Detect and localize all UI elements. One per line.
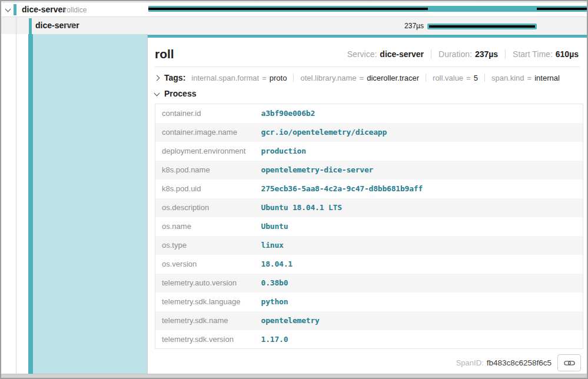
critical-path-segment: [148, 8, 428, 10]
span-operation-name[interactable]: /rolldice: [62, 6, 87, 14]
span-detail-title: roll: [155, 47, 174, 61]
table-row: os.descriptionUbuntu 18.04.1 LTS: [155, 198, 583, 217]
span-id-value: fb483c8c6258f6c5: [487, 358, 552, 367]
span-duration-label: 237µs: [365, 22, 424, 30]
kv-key: telemetry.sdk.version: [155, 330, 261, 349]
tag-item: span.kind = internal: [491, 74, 560, 82]
tag-separator: [426, 74, 426, 82]
tag-key: otel.library.name: [300, 74, 356, 82]
table-row: container.image.namegcr.io/opentelemetry…: [155, 123, 583, 142]
chevron-down-icon[interactable]: [154, 90, 160, 96]
kv-value: 18.04.1: [261, 255, 583, 274]
header-divider: [155, 67, 580, 67]
span-detail-overview: Service: dice-server Duration: 237µs Sta…: [347, 49, 579, 59]
service-value: dice-server: [380, 49, 424, 59]
table-row: telemetry.sdk.languagepython: [155, 292, 583, 311]
trace-detail-page: dice-server /rolldice dice-server roll 2…: [0, 0, 588, 379]
kv-key: os.version: [155, 255, 261, 274]
span-operation-name[interactable]: roll: [65, 22, 74, 30]
equals-sign: =: [262, 74, 267, 82]
kv-value: 1.17.0: [261, 330, 583, 349]
kv-key: container.image.name: [155, 123, 261, 142]
tag-separator: [484, 74, 485, 82]
kv-key: telemetry.auto.version: [155, 274, 261, 292]
kv-value: python: [261, 292, 583, 311]
panel-accent-border: [148, 35, 587, 38]
process-section-header[interactable]: Process: [155, 89, 196, 98]
critical-path-segment: [537, 8, 587, 10]
table-row: os.nameUbuntu: [155, 217, 583, 236]
kv-value: opentelemetry-dice-server: [261, 161, 583, 179]
table-row: k8s.pod.uid275ecb36-5aa8-4c2a-9c47-d8bb6…: [155, 179, 583, 198]
tag-item: otel.library.name = diceroller.tracer: [300, 74, 419, 82]
duration-value: 237µs: [475, 49, 498, 59]
span-detail-footer: SpanID: fb483c8c6258f6c5: [456, 354, 581, 371]
divider: [505, 49, 506, 59]
span-color-bar-expanded: [28, 34, 33, 374]
duration-label: Duration:: [438, 49, 472, 59]
kv-value: Ubuntu 18.04.1 LTS: [261, 198, 583, 217]
table-row: deployment.environmentproduction: [155, 142, 583, 161]
critical-path-segment: [429, 25, 535, 28]
kv-value: opentelemetry: [261, 311, 583, 330]
span-color-bar: [29, 18, 32, 34]
tag-item: roll.value = 5: [433, 74, 478, 82]
tags-label[interactable]: Tags:: [164, 73, 185, 82]
kv-value: 0.38b0: [261, 274, 583, 292]
kv-key: os.name: [155, 217, 261, 236]
kv-key: deployment.environment: [155, 142, 261, 161]
process-kv-table: container.ida3bf90e006b2 container.image…: [155, 104, 583, 349]
table-row: container.ida3bf90e006b2: [155, 104, 583, 123]
kv-value: 275ecb36-5aa8-4c2a-9c47-d8bb681b9aff: [261, 179, 583, 198]
table-row: telemetry.sdk.version1.17.0: [155, 330, 583, 349]
kv-key: os.type: [155, 236, 261, 255]
horizontal-scrollbar-track[interactable]: [0, 374, 588, 378]
tag-value: proto: [270, 74, 287, 82]
tag-separator: [293, 74, 294, 82]
detail-left-column: [0, 34, 147, 374]
indent-guide: [16, 34, 16, 374]
tag-key: roll.value: [433, 74, 463, 82]
equals-sign: =: [466, 74, 471, 82]
span-service-name[interactable]: dice-server: [22, 5, 66, 14]
table-row: telemetry.auto.version0.38b0: [155, 274, 583, 292]
chevron-right-icon[interactable]: [154, 75, 160, 81]
span-color-bar: [14, 4, 16, 15]
span-id-label: SpanID:: [456, 358, 484, 367]
tag-value: diceroller.tracer: [367, 74, 419, 82]
tag-value: internal: [534, 74, 560, 82]
table-row: os.version18.04.1: [155, 255, 583, 274]
kv-value: Ubuntu: [261, 217, 583, 236]
table-row: k8s.pod.nameopentelemetry-dice-server: [155, 161, 583, 179]
tag-item: internal.span.format = proto: [191, 74, 287, 82]
kv-key: container.id: [155, 104, 261, 123]
start-time-label: Start Time:: [513, 49, 553, 59]
kv-key: k8s.pod.name: [155, 161, 261, 179]
span-detail-panel: roll Service: dice-server Duration: 237µ…: [147, 34, 587, 374]
collapse-chevron-icon[interactable]: [5, 6, 11, 12]
tags-section-header[interactable]: Tags: internal.span.format = proto otel.…: [155, 71, 560, 84]
table-row: os.typelinux: [155, 236, 583, 255]
equals-sign: =: [360, 74, 364, 82]
kv-key: telemetry.sdk.name: [155, 311, 261, 330]
span-detail-highlight: [33, 34, 147, 374]
kv-key: k8s.pod.uid: [155, 179, 261, 198]
kv-value: production: [261, 142, 583, 161]
divider: [431, 49, 431, 59]
service-label: Service:: [347, 49, 377, 59]
tag-key: span.kind: [491, 74, 524, 82]
equals-sign: =: [527, 74, 532, 82]
start-time-value: 610µs: [556, 49, 579, 59]
link-icon: [564, 359, 575, 367]
tag-key: internal.span.format: [191, 74, 259, 82]
kv-value: a3bf90e006b2: [261, 104, 583, 123]
tag-value: 5: [474, 74, 478, 82]
table-row: telemetry.sdk.nameopentelemetry: [155, 311, 583, 330]
kv-key: telemetry.sdk.language: [155, 292, 261, 311]
kv-value: gcr.io/opentelemetry/diceapp: [261, 123, 583, 142]
copy-link-button[interactable]: [557, 354, 581, 371]
kv-key: os.description: [155, 198, 261, 217]
kv-value: linux: [261, 236, 583, 255]
process-label[interactable]: Process: [164, 89, 196, 98]
indent-guide: [16, 17, 16, 34]
